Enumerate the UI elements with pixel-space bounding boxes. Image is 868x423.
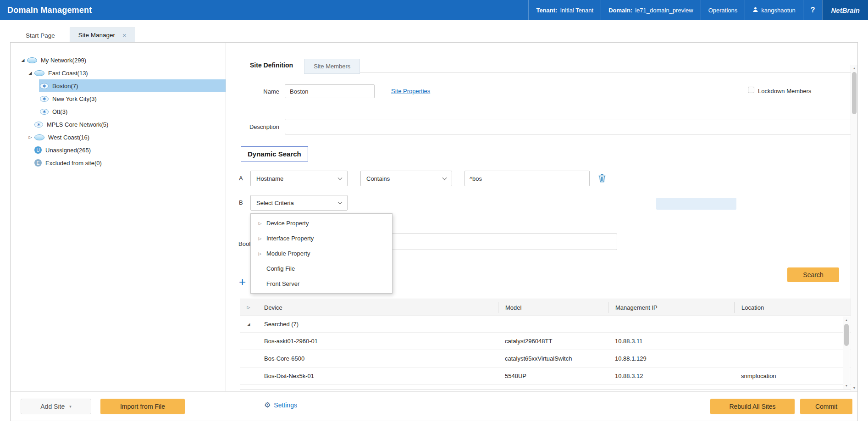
column-header-model[interactable]: Model: [498, 302, 608, 313]
excluded-icon: E: [34, 159, 42, 167]
detail-tab-bar: Site Definition Site Members: [239, 56, 360, 74]
add-criteria-button[interactable]: +: [239, 276, 246, 288]
column-header-location[interactable]: Location: [734, 302, 851, 313]
gear-icon: ⚙: [264, 401, 271, 409]
username: kangshaotun: [761, 7, 795, 14]
panel-scrollbar[interactable]: ▲ ▼: [851, 65, 857, 391]
menu-item-label: Config File: [266, 265, 295, 272]
brand-logo: NetBrain: [822, 0, 868, 20]
rebuild-all-sites-button[interactable]: Rebuild All Sites: [710, 399, 795, 414]
operations-menu[interactable]: Operations: [701, 0, 745, 20]
tab-site-definition-label: Site Definition: [250, 61, 293, 69]
cell-model: 5548UP: [498, 373, 608, 379]
scroll-up-icon[interactable]: ▲: [843, 318, 850, 322]
domain-info[interactable]: Domain: ie71_domain_preview: [601, 0, 700, 20]
import-from-file-button[interactable]: Import from File: [100, 399, 185, 414]
menu-item-front-server[interactable]: Front Server: [251, 276, 392, 291]
criteria-field-dropdown-b[interactable]: Select Criteria: [250, 195, 348, 211]
delete-criteria-button[interactable]: [597, 173, 607, 185]
expand-icon[interactable]: ▷: [27, 135, 33, 139]
column-header-device[interactable]: Device: [257, 304, 498, 311]
close-icon[interactable]: ×: [122, 32, 127, 39]
settings-label: Settings: [274, 401, 297, 409]
tree-item-boston[interactable]: ∗ Boston(7): [11, 79, 226, 92]
site-glyph: ∗: [42, 96, 46, 101]
dynamic-search-title: Dynamic Search: [241, 146, 308, 161]
menu-item-module-property[interactable]: ▷ Module Property: [251, 246, 392, 261]
trash-icon: [597, 173, 607, 184]
site-group-cloud-icon: [34, 70, 44, 76]
user-menu[interactable]: kangshaotun: [745, 0, 802, 20]
criteria-row-b-letter: B: [239, 199, 243, 206]
tab-site-members[interactable]: Site Members: [304, 59, 360, 74]
tree-item-label: My Network(299): [41, 57, 86, 64]
menu-item-interface-property[interactable]: ▷ Interface Property: [251, 231, 392, 246]
name-label: Name: [234, 88, 279, 95]
scroll-thumb[interactable]: [844, 324, 849, 346]
tree-item-label: West Coast(16): [48, 134, 89, 141]
add-site-button[interactable]: Add Site ▾: [21, 399, 91, 414]
settings-button[interactable]: ⚙ Settings: [264, 401, 297, 409]
tab-start-page[interactable]: Start Page: [17, 28, 63, 43]
site-properties-link[interactable]: Site Properties: [391, 88, 430, 95]
collapse-group-icon[interactable]: ◢: [240, 322, 257, 327]
app-header: Domain Management Tenant: Initial Tenant…: [0, 0, 868, 20]
table-row[interactable]: Bos-Dist-Nex5k-01 5548UP 10.88.3.12 snmp…: [240, 367, 851, 385]
tree-item-west-coast[interactable]: ▷ West Coast(16): [11, 131, 226, 144]
description-input[interactable]: [285, 119, 852, 134]
domain-label: Domain:: [608, 7, 632, 14]
help-button[interactable]: ?: [803, 0, 823, 20]
lockdown-members-checkbox[interactable]: [748, 87, 754, 93]
operations-label: Operations: [708, 7, 738, 14]
submenu-arrow-icon: ▷: [257, 236, 263, 241]
cell-management-ip: 10.88.3.12: [608, 373, 734, 379]
tree-item-new-york-city[interactable]: ∗ New York City(3): [11, 92, 226, 105]
table-group-row[interactable]: ◢ Searched (7): [240, 316, 851, 333]
tab-site-definition[interactable]: Site Definition: [239, 56, 304, 74]
site-glyph: ∗: [37, 122, 41, 127]
table-row[interactable]: Bos-askt01-2960-01 catalyst296048TT 10.8…: [240, 333, 851, 350]
tree-item-east-coast[interactable]: ◢ East Coast(13): [11, 67, 226, 79]
tree-item-mpls-core-network[interactable]: ∗ MPLS Core Network(5): [11, 118, 226, 131]
group-label: Searched (7): [257, 321, 299, 328]
site-manager-panel: ◢ My Network(299) ◢ East Coast(13) ∗ Bos…: [10, 42, 858, 421]
menu-item-label: Device Property: [266, 220, 309, 227]
site-name-input[interactable]: [285, 84, 375, 98]
site-icon: ∗: [40, 96, 49, 102]
site-icon: ∗: [40, 83, 49, 89]
table-scrollbar[interactable]: ▲ ▼: [843, 317, 850, 389]
commit-button[interactable]: Commit: [800, 399, 852, 414]
criteria-value-input-a[interactable]: [464, 171, 590, 186]
tree-item-label: Excluded from site(0): [45, 160, 102, 167]
expand-all-icon[interactable]: ▷: [240, 305, 257, 310]
help-icon: ?: [811, 6, 815, 14]
collapse-icon[interactable]: ◢: [27, 71, 33, 75]
tree-item-excluded-from-site[interactable]: E Excluded from site(0): [11, 156, 226, 169]
tree-item-my-network[interactable]: ◢ My Network(299): [11, 54, 226, 67]
site-icon: ∗: [40, 109, 49, 115]
logo-text: NetBrain: [831, 6, 860, 14]
tree-item-unassigned[interactable]: U Unassigned(265): [11, 144, 226, 156]
cell-management-ip: 10.88.3.11: [608, 338, 734, 345]
description-label: Description: [234, 123, 279, 130]
submenu-arrow-icon: ▷: [257, 221, 263, 226]
criteria-operator-dropdown-a[interactable]: Contains: [360, 171, 452, 186]
criteria-field-dropdown-a[interactable]: Hostname: [250, 171, 348, 186]
table-row[interactable]: Bos-Core-6500 catalyst65xxVirtualSwitch …: [240, 350, 851, 367]
tree-item-ott[interactable]: ∗ Ott(3): [11, 105, 226, 118]
menu-item-config-file[interactable]: Config File: [251, 261, 392, 276]
scroll-down-icon[interactable]: ▼: [843, 384, 850, 387]
tenant-label: Tenant:: [536, 7, 557, 14]
cell-device: Bos-Dist-Nex5k-01: [257, 373, 498, 379]
collapse-icon[interactable]: ◢: [20, 58, 26, 62]
tab-site-manager-label: Site Manager: [78, 32, 115, 39]
search-button[interactable]: Search: [787, 267, 839, 282]
menu-item-device-property[interactable]: ▷ Device Property: [251, 216, 392, 231]
column-header-management-ip[interactable]: Management IP: [608, 302, 734, 313]
scroll-up-icon[interactable]: ▲: [851, 67, 857, 70]
scroll-down-icon[interactable]: ▼: [851, 386, 857, 390]
cell-management-ip: 10.88.1.129: [608, 355, 734, 362]
tab-site-manager[interactable]: Site Manager ×: [70, 28, 135, 43]
action-footer: Add Site ▾ Import from File ⚙ Settings R…: [11, 391, 857, 421]
scroll-thumb[interactable]: [852, 72, 857, 114]
